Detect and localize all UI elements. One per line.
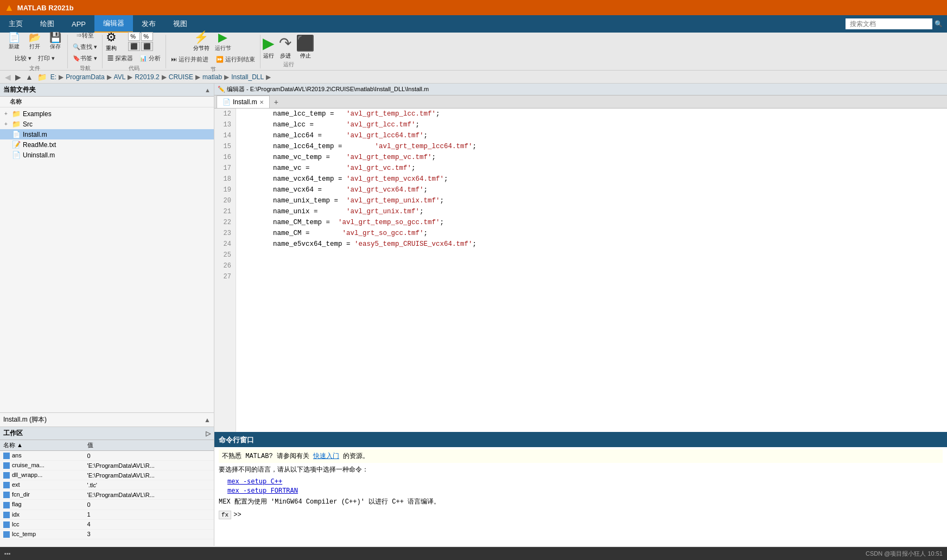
tab-bar: 📄 Install.m ✕ + [214,96,947,109]
editor-header-icon: ✏️ [218,86,225,92]
cmd-mex-cpp-link[interactable]: mex -setup C++ [227,478,282,485]
txt-file-icon: 📝 [12,141,21,149]
titlebar-title: MATLAB R2021b [17,4,74,12]
code-line: name_vcx64_temp = 'avl_grt_temp_vcx64.tm… [240,174,943,184]
forward-button[interactable]: ▶ [14,72,23,82]
toolbar-code-group: ⚙ 重构 % % ⬛ ⬛ ☰ 探索器 📊 分析 代码 [103,35,166,68]
run-to-end-button[interactable]: ⏩ 运行到结束 [213,54,258,65]
left-panel: 当前文件夹 ▲ 名称 + 📁 Examples + 📁 Src 📄 [0,84,214,546]
workspace-row[interactable]: idx1 [0,510,214,519]
script-panel-collapse[interactable]: ▲ [204,416,211,424]
file-item-src[interactable]: + 📁 Src [0,119,214,129]
cmd-input[interactable] [245,511,943,519]
nav-arrows: ◀ ▶ ▲ 📁 [3,72,50,82]
workspace-table: 名称 ▲ 值 ans0cruise_ma...'E:\ProgramData\A… [0,440,214,539]
code-icon2: % [141,32,153,41]
code-line: name_vc = 'avl_grt_vc.tmf'; [240,163,943,174]
cmd-link2-container: mex -setup FORTRAN [227,487,943,495]
compare-button[interactable]: 比较 ▾ [12,53,34,63]
code-content: name_lcc_temp = 'avl_grt_temp_lcc.tmf'; … [236,109,947,432]
cmd-mex-fortran-link[interactable]: mex -setup FORTRAN [227,487,298,494]
main-area: 当前文件夹 ▲ 名称 + 📁 Examples + 📁 Src 📄 [0,84,947,546]
code-line: name_lcc = 'avl_grt_lcc.tmf'; [240,119,943,130]
file-group-label: 文件 [29,65,40,72]
workspace-row[interactable]: lcc4 [0,519,214,529]
breadcrumb-matlab[interactable]: matlab [202,73,222,81]
code-line: name_CM_temp = 'avl_grt_temp_so_gcc.tmf'… [240,217,943,228]
file-browser-collapse[interactable]: ▲ [205,87,211,93]
workspace-row[interactable]: flag0 [0,500,214,510]
workspace-row[interactable]: dll_wrapp...'E:\ProgramData\AVL\R... [0,470,214,480]
file-item-readme[interactable]: 📝 ReadMe.txt [0,139,214,150]
run-section-icon: ▶ [218,30,227,44]
back-button[interactable]: ◀ [3,72,12,82]
run-button[interactable]: ▶ 运行 [263,34,275,60]
breadcrumb-bar: ◀ ▶ ▲ 📁 E: ▶ ProgramData ▶ AVL ▶ R2019.2… [0,71,947,84]
new-button[interactable]: 📄 新建 [4,31,24,52]
open-button[interactable]: 📂 打开 [25,31,45,52]
up-button[interactable]: ▲ [24,72,35,82]
search-input[interactable] [846,18,932,29]
file-item-examples[interactable]: + 📁 Examples [0,109,214,119]
tab-close-button[interactable]: ✕ [259,99,264,105]
editor-path: 编辑器 - E:\ProgramData\AVL\R2019.2\CRUISE\… [227,86,429,92]
menu-view[interactable]: 视图 [164,15,196,33]
menu-plot[interactable]: 绘图 [31,15,63,33]
file-item-install-m[interactable]: 📄 Install.m [0,129,214,139]
file-item-uninstall-m[interactable]: 📄 Uninstall.m [0,150,214,160]
workspace-header: 工作区 ▷ [0,427,214,440]
find-button[interactable]: 🔍查找 ▾ [70,42,100,52]
col-value[interactable]: 值 [84,440,214,451]
right-panel: ✏️ 编辑器 - E:\ProgramData\AVL\R2019.2\CRUI… [214,84,947,546]
code-line: name_lcc64_temp = 'avl_grt_temp_lcc64.tm… [240,141,943,152]
tab-add-button[interactable]: + [271,97,282,107]
status-right: CSDN @项目报小狂人 10:51 [866,550,943,558]
code-line: name_unix = 'avl_grt_unix.tmf'; [240,206,943,217]
workspace-expand[interactable]: ▷ [206,430,211,437]
status-left: ▪▪▪ [4,550,11,557]
open-icon: 📂 [29,33,41,42]
run-group-label: 运行 [283,61,294,68]
step-button[interactable]: ↷ 步进 [279,34,291,60]
analyze-button[interactable]: 📊 分析 [137,53,163,63]
breadcrumb-cruise[interactable]: CRUISE [169,73,193,81]
folder-icon: 📁 [12,110,21,118]
cmd-quickstart-link[interactable]: 快速入门 [313,453,339,460]
tab-install-m[interactable]: 📄 Install.m ✕ [217,96,270,108]
goto-button[interactable]: ⇒转至 [73,30,97,41]
stop-button[interactable]: ⬛ 停止 [296,34,315,60]
m-file-icon: 📄 [12,130,21,138]
bookmark-button[interactable]: 🔖书签 ▾ [70,53,100,63]
breadcrumb-install-dll[interactable]: Install_DLL [231,73,264,81]
run-advance-button[interactable]: ⏭ 运行并前进 [168,54,211,65]
breadcrumb-avl[interactable]: AVL [114,73,126,81]
breadcrumb-r2019[interactable]: R2019.2 [135,73,159,81]
workspace-row[interactable]: cruise_ma...'E:\ProgramData\AVL\R... [0,461,214,470]
workspace-row[interactable]: ext'.tlc' [0,480,214,490]
folder-button[interactable]: 📁 [36,72,48,82]
toolbar-nav-group: ⇒转至 🔍查找 ▾ 🔖书签 ▾ 导航 [68,35,103,68]
breadcrumb-e[interactable]: E: [50,73,56,81]
workspace-row[interactable]: fcn_dir'E:\ProgramData\AVL\R... [0,490,214,500]
code-line: name_lcc_temp = 'avl_grt_temp_lcc.tmf'; [240,109,943,119]
breadcrumb-programdata[interactable]: ProgramData [66,73,104,81]
workspace-row[interactable]: lcc_temp3 [0,529,214,539]
workspace-panel: 工作区 ▷ 名称 ▲ 值 ans0cruise_ma...'E:\Program… [0,427,214,546]
code-area[interactable]: 12131415161718192021222324252627 name_lc… [214,109,947,432]
code-line: name_CM = 'avl_grt_so_gcc.tmf'; [240,228,943,239]
code-line: name_vcx64 = 'avl_grt_vcx64.tmf'; [240,184,943,195]
print-button[interactable]: 打印 ▾ [35,53,58,63]
file-browser: 当前文件夹 ▲ 名称 + 📁 Examples + 📁 Src 📄 [0,84,214,412]
run-section-button[interactable]: ▶ 运行节 [213,29,233,53]
cmd-intro: 不熟悉 MATLAB? 请参阅有关 快速入门 的资源。 [219,449,943,463]
search-icon[interactable]: 🔍 [935,20,943,28]
workspace-row[interactable]: ans0 [0,451,214,461]
expand-icon: + [4,111,12,117]
col-name[interactable]: 名称 ▲ [0,440,84,451]
menu-home[interactable]: 主页 [0,15,31,33]
code-icon3: ⬛ [128,42,140,51]
cmd-content: 不熟悉 MATLAB? 请参阅有关 快速入门 的资源。 要选择不同的语言，请从以… [214,447,947,546]
explorer-button[interactable]: ☰ 探索器 [105,53,136,63]
code-group-label: 代码 [129,65,139,72]
save-button[interactable]: 💾 保存 [46,31,65,52]
